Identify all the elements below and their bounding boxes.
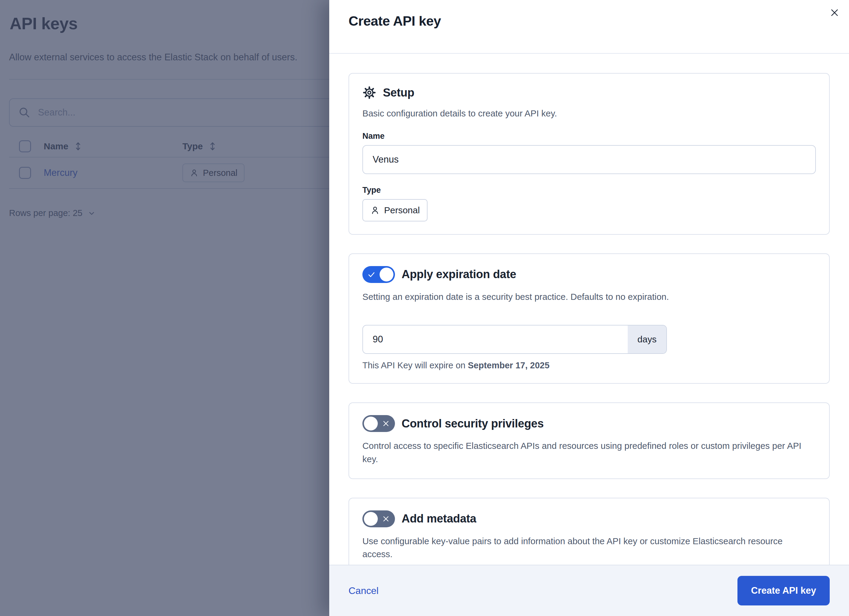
cancel-button[interactable]: Cancel — [349, 585, 379, 597]
expiration-toggle[interactable] — [362, 266, 395, 283]
days-unit-suffix: days — [628, 325, 666, 353]
screen: API keys Allow external services to acce… — [0, 0, 849, 616]
setup-card: Setup Basic configuration details to cre… — [349, 73, 830, 235]
toggle-knob — [364, 417, 378, 431]
setup-title: Setup — [383, 86, 414, 99]
create-api-key-flyout: Create API key — [329, 0, 849, 616]
x-mark-icon — [382, 515, 390, 523]
expiration-date: September 17, 2025 — [468, 361, 550, 370]
setup-description: Basic configuration details to create yo… — [362, 107, 816, 120]
expiration-input-group: days — [362, 325, 667, 354]
expiration-days-input[interactable] — [363, 325, 628, 353]
check-icon — [367, 270, 376, 279]
metadata-toggle[interactable] — [362, 510, 395, 527]
privileges-card: Control security privileges Control acce… — [349, 403, 830, 479]
metadata-description: Use configurable key-value pairs to add … — [362, 534, 791, 561]
expiration-description: Setting an expiration date is a security… — [362, 290, 816, 303]
flyout-body: Setup Basic configuration details to cre… — [329, 54, 849, 565]
type-badge-label: Personal — [384, 205, 420, 215]
expiration-title: Apply expiration date — [402, 268, 516, 281]
create-api-key-button[interactable]: Create API key — [737, 576, 830, 606]
privileges-toggle[interactable] — [362, 415, 395, 432]
type-label: Type — [362, 185, 816, 195]
name-input[interactable] — [362, 145, 816, 174]
toggle-knob — [364, 512, 378, 526]
x-mark-icon — [382, 420, 390, 428]
close-button[interactable] — [825, 3, 844, 22]
privileges-title: Control security privileges — [402, 417, 544, 430]
expiration-card: Apply expiration date Setting an expirat… — [349, 254, 830, 384]
flyout-title: Create API key — [349, 13, 830, 29]
name-label: Name — [362, 131, 816, 141]
metadata-card: Add metadata Use configurable key-value … — [349, 498, 830, 565]
flyout-footer: Cancel Create API key — [329, 565, 849, 616]
metadata-title: Add metadata — [402, 512, 477, 525]
flyout-header: Create API key — [329, 0, 849, 54]
type-personal-badge: Personal — [362, 199, 427, 221]
expiration-helper-text: This API Key will expire on September 17… — [362, 361, 816, 370]
close-icon — [830, 7, 840, 18]
privileges-description: Control access to specific Elasticsearch… — [362, 439, 812, 465]
gear-icon — [362, 86, 376, 100]
user-icon — [370, 206, 380, 215]
toggle-knob — [380, 268, 393, 282]
